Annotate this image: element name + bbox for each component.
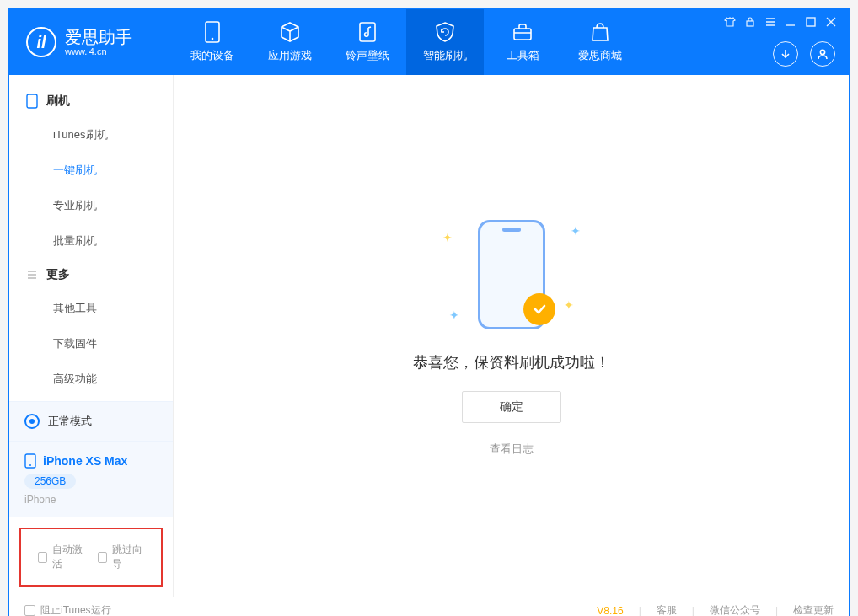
account-button[interactable] bbox=[810, 41, 835, 67]
checkbox-icon bbox=[24, 605, 35, 616]
sparkle-icon: ✦ bbox=[442, 231, 453, 244]
app-window: il 爱思助手 www.i4.cn 我的设备 应用游戏 铃声壁纸 智能刷机 bbox=[8, 8, 850, 616]
nav-my-device[interactable]: 我的设备 bbox=[174, 9, 251, 75]
view-log-link[interactable]: 查看日志 bbox=[490, 442, 534, 457]
svg-point-6 bbox=[820, 50, 824, 54]
list-icon bbox=[26, 269, 38, 281]
nav-apps-games[interactable]: 应用游戏 bbox=[251, 9, 329, 75]
nav-ringtones-wallpaper[interactable]: 铃声壁纸 bbox=[329, 9, 406, 75]
bag-icon bbox=[589, 21, 611, 43]
window-controls bbox=[724, 16, 837, 28]
sidebar-group-more: 更多 bbox=[9, 259, 173, 291]
footer-link-update[interactable]: 检查更新 bbox=[793, 603, 834, 616]
sidebar: 刷机 iTunes刷机 一键刷机 专业刷机 批量刷机 更多 其他工具 下载固件 … bbox=[9, 75, 174, 597]
checkbox-icon bbox=[38, 552, 47, 563]
highlighted-options: 自动激活 跳过向导 bbox=[19, 528, 163, 587]
sidebar-item-pro-flash[interactable]: 专业刷机 bbox=[9, 188, 173, 223]
sidebar-item-itunes-flash[interactable]: iTunes刷机 bbox=[9, 117, 173, 153]
sparkle-icon: ✦ bbox=[449, 308, 459, 322]
app-title: 爱思助手 bbox=[65, 28, 132, 46]
close-icon[interactable] bbox=[825, 16, 837, 28]
refresh-shield-icon bbox=[434, 21, 456, 43]
footer: 阻止iTunes运行 V8.16 | 客服 | 微信公众号 | 检查更新 bbox=[9, 597, 849, 616]
footer-link-wechat[interactable]: 微信公众号 bbox=[710, 603, 760, 616]
success-illustration: ✦ ✦ ✦ ✦ bbox=[427, 216, 596, 334]
nav-store[interactable]: 爱思商城 bbox=[561, 9, 639, 75]
phone-small-icon bbox=[24, 453, 36, 469]
svg-rect-7 bbox=[27, 94, 37, 108]
nav-smart-flash[interactable]: 智能刷机 bbox=[406, 9, 484, 75]
svg-rect-3 bbox=[514, 29, 531, 40]
device-name: iPhone XS Max bbox=[24, 453, 158, 469]
sidebar-item-batch-flash[interactable]: 批量刷机 bbox=[9, 223, 173, 259]
main-content: ✦ ✦ ✦ ✦ 恭喜您，保资料刷机成功啦！ 确定 查看日志 bbox=[174, 75, 849, 597]
block-itunes-checkbox[interactable]: 阻止iTunes运行 bbox=[24, 603, 111, 616]
device-status[interactable]: 正常模式 bbox=[9, 401, 173, 441]
svg-rect-2 bbox=[360, 23, 375, 41]
auto-activate-checkbox[interactable]: 自动激活 bbox=[38, 543, 84, 571]
nav-toolbox[interactable]: 工具箱 bbox=[484, 9, 561, 75]
device-capacity: 256GB bbox=[24, 474, 76, 489]
success-message: 恭喜您，保资料刷机成功啦！ bbox=[413, 352, 610, 372]
footer-link-support[interactable]: 客服 bbox=[657, 603, 677, 616]
success-check-icon bbox=[523, 293, 555, 325]
lock-icon[interactable] bbox=[744, 16, 756, 28]
device-type: iPhone bbox=[24, 494, 158, 506]
toolbox-icon bbox=[512, 21, 534, 43]
music-file-icon bbox=[357, 21, 378, 43]
version-label: V8.16 bbox=[597, 605, 623, 617]
logo-block: il 爱思助手 www.i4.cn bbox=[9, 9, 174, 75]
svg-rect-5 bbox=[807, 18, 815, 26]
download-button[interactable] bbox=[773, 41, 798, 67]
sparkle-icon: ✦ bbox=[564, 298, 574, 312]
svg-point-1 bbox=[212, 38, 214, 40]
skip-guide-checkbox[interactable]: 跳过向导 bbox=[98, 543, 144, 571]
sidebar-item-download-firmware[interactable]: 下载固件 bbox=[9, 326, 173, 362]
ok-button[interactable]: 确定 bbox=[462, 391, 561, 423]
body: 刷机 iTunes刷机 一键刷机 专业刷机 批量刷机 更多 其他工具 下载固件 … bbox=[9, 75, 849, 597]
checkbox-icon bbox=[98, 552, 107, 563]
logo-icon: il bbox=[26, 27, 56, 57]
sidebar-group-flash: 刷机 bbox=[9, 85, 173, 117]
svg-rect-4 bbox=[747, 21, 753, 26]
app-subtitle: www.i4.cn bbox=[65, 46, 132, 56]
maximize-icon[interactable] bbox=[805, 16, 817, 28]
status-dot-icon bbox=[24, 414, 40, 429]
device-icon bbox=[201, 21, 223, 43]
menu-icon[interactable] bbox=[764, 16, 776, 28]
sidebar-item-other-tools[interactable]: 其他工具 bbox=[9, 291, 173, 326]
phone-outline-icon bbox=[26, 94, 38, 109]
shirt-icon[interactable] bbox=[724, 16, 736, 28]
sidebar-item-advanced[interactable]: 高级功能 bbox=[9, 362, 173, 397]
cube-icon bbox=[279, 21, 301, 43]
minimize-icon[interactable] bbox=[785, 16, 796, 28]
sparkle-icon: ✦ bbox=[571, 224, 581, 238]
device-card[interactable]: iPhone XS Max 256GB iPhone bbox=[9, 441, 173, 517]
sidebar-item-oneclick-flash[interactable]: 一键刷机 bbox=[9, 153, 173, 188]
svg-point-9 bbox=[29, 464, 31, 466]
header: il 爱思助手 www.i4.cn 我的设备 应用游戏 铃声壁纸 智能刷机 bbox=[9, 9, 849, 75]
